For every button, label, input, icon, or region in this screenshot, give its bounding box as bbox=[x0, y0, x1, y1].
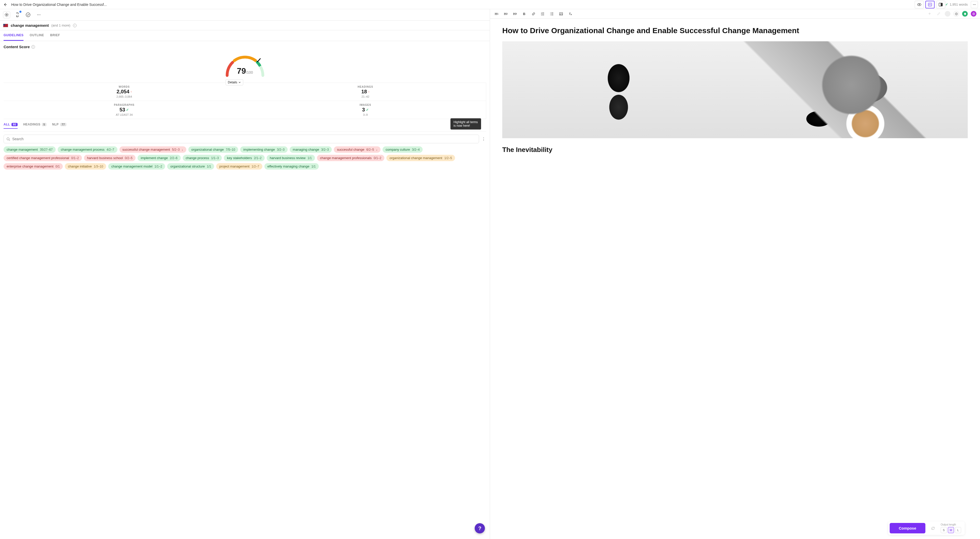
filter-headings[interactable]: HEADINGS 5 bbox=[23, 123, 46, 129]
term-pill[interactable]: organizational change7/5–10 bbox=[188, 146, 239, 153]
term-pill[interactable]: effectively managing change1/1 bbox=[264, 163, 319, 170]
term-pill[interactable]: enterprise change management0/1 bbox=[3, 163, 63, 170]
term-pill[interactable]: organizational structure1/1 bbox=[167, 163, 214, 170]
more-actions-button[interactable] bbox=[35, 11, 42, 18]
format-ol-button[interactable]: 123 bbox=[539, 11, 546, 17]
left-panel: change management (and 1 more) i GUIDELI… bbox=[0, 9, 490, 539]
term-pill[interactable]: implement change2/2–6 bbox=[138, 155, 180, 161]
term-pill[interactable]: project management1/2–7 bbox=[216, 163, 262, 170]
status-badge-gray[interactable] bbox=[945, 11, 950, 17]
term-pill[interactable]: change initiative1/3–10 bbox=[65, 163, 106, 170]
check-icon: ✓ bbox=[945, 3, 948, 6]
length-m-button[interactable]: M bbox=[948, 527, 954, 533]
view-preview-button[interactable] bbox=[915, 1, 924, 8]
format-h2-button[interactable]: H2 bbox=[503, 11, 509, 17]
settings-button[interactable] bbox=[3, 11, 10, 18]
hero-image[interactable] bbox=[502, 41, 968, 138]
document-title: How to Drive Organizational Change and E… bbox=[11, 3, 107, 6]
keyword-row: change management (and 1 more) i bbox=[0, 21, 490, 30]
back-button[interactable] bbox=[2, 2, 8, 8]
primary-keyword: change management bbox=[11, 23, 49, 27]
term-text: change process bbox=[186, 156, 209, 160]
globe-button[interactable] bbox=[953, 11, 959, 17]
term-text: successful change bbox=[337, 147, 364, 151]
format-link-button[interactable] bbox=[530, 11, 536, 17]
approve-button[interactable] bbox=[24, 11, 32, 18]
info-icon[interactable]: i bbox=[73, 24, 76, 27]
term-pill[interactable]: implementing change3/2–3 bbox=[240, 146, 288, 153]
panel-tabs: GUIDELINES OUTLINE BRIEF bbox=[0, 30, 490, 41]
filter-all[interactable]: ALL 80 bbox=[3, 123, 18, 129]
term-pill[interactable]: harvard business review1/1 bbox=[267, 155, 315, 161]
term-text: change management model bbox=[111, 165, 152, 168]
term-pill[interactable]: managing change3/2–3 bbox=[290, 146, 332, 153]
search-box[interactable] bbox=[3, 135, 479, 143]
term-pill[interactable]: change management model1/1–2 bbox=[108, 163, 165, 170]
svg-text:3: 3 bbox=[541, 14, 542, 16]
term-pill[interactable]: organizational change management1/2–5 bbox=[387, 155, 455, 161]
term-count: 1/1 bbox=[307, 156, 312, 160]
svg-point-11 bbox=[38, 14, 39, 15]
length-l-button[interactable]: L bbox=[955, 527, 961, 533]
ai-sparkle-button[interactable] bbox=[926, 11, 932, 17]
user-avatar[interactable] bbox=[971, 11, 977, 17]
term-count: 2/1–2 bbox=[254, 156, 262, 160]
search-input[interactable] bbox=[12, 137, 476, 141]
term-pill[interactable]: certified change management professional… bbox=[3, 155, 82, 161]
svg-point-1 bbox=[919, 4, 920, 5]
format-ul-button[interactable] bbox=[549, 11, 555, 17]
more-menu-button[interactable] bbox=[971, 1, 978, 8]
tab-outline[interactable]: OUTLINE bbox=[30, 30, 44, 41]
help-button[interactable]: ? bbox=[475, 523, 485, 533]
term-pill[interactable]: change management process4/2–7 bbox=[58, 146, 117, 153]
tab-guidelines[interactable]: GUIDELINES bbox=[3, 30, 24, 41]
term-pill[interactable]: successful change6/2–5↓ bbox=[334, 146, 380, 153]
svg-point-6 bbox=[974, 4, 975, 5]
edit-button[interactable] bbox=[935, 11, 942, 17]
format-bold-button[interactable]: B bbox=[521, 11, 527, 17]
tab-brief[interactable]: BRIEF bbox=[50, 30, 60, 41]
document-h1[interactable]: How to Drive Organizational Change and E… bbox=[502, 26, 968, 35]
term-text: change management process bbox=[61, 147, 104, 151]
term-text: company culture bbox=[386, 147, 410, 151]
view-guidelines-button[interactable] bbox=[925, 1, 935, 8]
guidelines-content: Content Score i 79/100 bbox=[0, 41, 490, 539]
compose-button[interactable]: Compose bbox=[890, 523, 925, 533]
info-icon[interactable]: i bbox=[32, 45, 35, 49]
editor-content[interactable]: How to Drive Organizational Change and E… bbox=[490, 19, 980, 539]
term-pill[interactable]: change process1/1–3 bbox=[183, 155, 222, 161]
link-button[interactable] bbox=[14, 11, 21, 18]
term-pill[interactable]: change management35/27–67 bbox=[3, 146, 56, 153]
term-pill[interactable]: change management professionals0/1–2 bbox=[317, 155, 384, 161]
format-image-button[interactable] bbox=[558, 11, 564, 17]
term-count: 4/2–7 bbox=[107, 148, 115, 151]
length-s-button[interactable]: S bbox=[941, 527, 947, 533]
view-split-button[interactable] bbox=[936, 1, 945, 8]
term-pill[interactable]: harvard business school0/2–5 bbox=[84, 155, 135, 161]
score-gauge: 79/100 bbox=[222, 52, 268, 78]
document-h2[interactable]: The Inevitability bbox=[502, 146, 968, 154]
shield-badge[interactable] bbox=[962, 11, 968, 17]
term-pills: change management35/27–67change manageme… bbox=[3, 146, 486, 170]
filter-nlp[interactable]: NLP 77 bbox=[52, 123, 66, 129]
stat-images: IMAGES 3✓ 3–9 bbox=[245, 101, 487, 119]
term-text: change management professionals bbox=[320, 156, 372, 160]
svg-point-22 bbox=[560, 13, 561, 14]
format-h1-button[interactable]: H1 bbox=[493, 11, 500, 17]
left-toolbar bbox=[0, 9, 490, 21]
format-clear-button[interactable]: T bbox=[567, 11, 573, 17]
search-options-button[interactable]: ⋮ bbox=[481, 137, 486, 141]
format-h3-button[interactable]: H3 bbox=[512, 11, 518, 17]
term-text: harvard business school bbox=[87, 156, 123, 160]
keyword-more: (and 1 more) bbox=[51, 24, 70, 27]
term-pill[interactable]: successful change management5/2–3↓ bbox=[119, 146, 186, 153]
details-label: Details bbox=[228, 81, 237, 84]
refresh-icon[interactable] bbox=[930, 525, 936, 531]
details-button[interactable]: Details bbox=[226, 79, 243, 86]
svg-point-12 bbox=[40, 14, 41, 15]
term-count: 0/2–5 bbox=[125, 156, 132, 160]
term-text: harvard business review bbox=[270, 156, 305, 160]
term-pill[interactable]: key stakeholders2/1–2 bbox=[224, 155, 265, 161]
output-length-label: Output length bbox=[941, 523, 961, 526]
term-pill[interactable]: company culture3/2–4 bbox=[383, 146, 423, 153]
